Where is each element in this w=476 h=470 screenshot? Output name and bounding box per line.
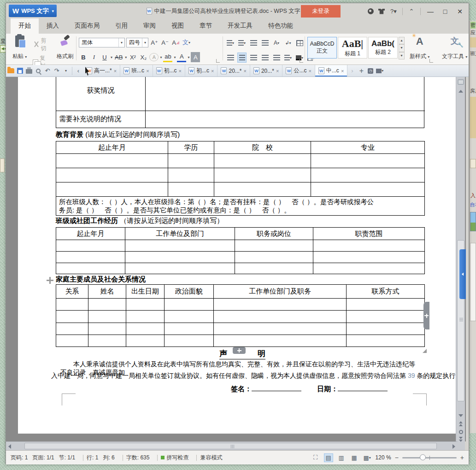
increase-indent-button[interactable]: [260, 38, 270, 48]
undo-dropdown-icon[interactable]: ▾: [61, 66, 71, 76]
justify-button[interactable]: [260, 53, 270, 63]
table-resize-handle-icon[interactable]: [423, 349, 427, 353]
document-tab[interactable]: W 高一...* ×: [83, 65, 120, 76]
scroll-tabs-right-icon[interactable]: ›: [347, 66, 357, 76]
clear-format-button[interactable]: A◢: [171, 37, 180, 47]
status-section[interactable]: 节: 1/1: [59, 454, 75, 462]
next-page-icon[interactable]: [456, 435, 465, 443]
close-tab-icon[interactable]: ×: [276, 68, 279, 74]
zoom-out-icon[interactable]: −: [395, 454, 399, 461]
empty-cell[interactable]: [126, 299, 165, 311]
empty-cell[interactable]: [347, 323, 425, 335]
zoom-slider[interactable]: [402, 457, 457, 458]
tab-list-icon[interactable]: ▾: [375, 66, 384, 76]
align-left-button[interactable]: [226, 53, 235, 63]
strikethrough-button[interactable]: AB: [114, 52, 123, 62]
empty-cell[interactable]: [214, 168, 311, 182]
protect-view-icon[interactable]: ▩▾: [363, 453, 372, 462]
strikethrough-dropdown[interactable]: ▾: [125, 55, 127, 59]
empty-cell[interactable]: [235, 240, 313, 252]
empty-cell[interactable]: [126, 311, 165, 323]
empty-cell[interactable]: [56, 252, 125, 263]
tab-view[interactable]: 视图: [164, 18, 192, 34]
class-info-cell[interactable]: 所在班级人数：（ ）人，本人在班级排名：第（ ）名；是否有挂科：是（ ） 否（ …: [56, 197, 425, 216]
side-panel-tab[interactable]: [459, 249, 466, 299]
empty-cell[interactable]: [56, 182, 168, 197]
close-tab-icon[interactable]: ×: [244, 68, 247, 74]
empty-cell[interactable]: [311, 154, 425, 168]
highlight-dropdown[interactable]: ▾: [174, 55, 176, 59]
previous-page-icon[interactable]: [456, 420, 465, 428]
save-icon[interactable]: [15, 66, 24, 76]
style-normal[interactable]: AaBbCcD 正文: [307, 37, 337, 59]
empty-cell[interactable]: [214, 299, 347, 311]
empty-cell[interactable]: [56, 311, 88, 323]
align-center-button[interactable]: [237, 53, 247, 63]
bold-button[interactable]: B: [79, 52, 88, 62]
empty-cell[interactable]: [56, 299, 88, 311]
close-tab-icon[interactable]: ×: [146, 68, 149, 74]
empty-cell[interactable]: [56, 263, 125, 274]
empty-cell[interactable]: [313, 263, 425, 274]
subscript-button[interactable]: X₂: [139, 52, 148, 62]
status-word-count[interactable]: 字数: 635: [126, 454, 150, 462]
status-spellcheck[interactable]: 拼写检查: [161, 454, 188, 462]
empty-cell[interactable]: [88, 299, 126, 311]
zoom-slider-knob[interactable]: [420, 454, 426, 460]
document-tab[interactable]: W 20...* ×: [217, 65, 250, 76]
empty-cell[interactable]: [235, 252, 313, 263]
undo-icon[interactable]: ↶: [43, 66, 52, 76]
close-tab-icon[interactable]: ×: [179, 68, 182, 74]
chevron-down-icon[interactable]: ▾: [48, 9, 57, 13]
empty-cell[interactable]: [56, 335, 88, 347]
styles-scroll-up-icon[interactable]: ▲: [399, 37, 405, 44]
tab-section[interactable]: 章节: [192, 18, 220, 34]
add-row-button[interactable]: [233, 347, 246, 354]
char-shading-button[interactable]: A: [191, 52, 200, 62]
outline-view-icon[interactable]: ▥: [337, 453, 346, 462]
work-table[interactable]: 起止年月 工作单位及部门 职务或岗位 职责范围: [56, 227, 425, 274]
empty-cell[interactable]: [56, 154, 168, 168]
insert-table-grid-button[interactable]: [295, 38, 304, 48]
zoom-percentage[interactable]: 120 %: [376, 454, 391, 461]
education-table[interactable]: 起止年月 学历 院 校 专业 所在班级人数：（ ）人，本人在班级排名：第（ ）名…: [56, 141, 425, 216]
help-button[interactable]: ?▾: [389, 8, 398, 15]
minimize-button[interactable]: —: [425, 8, 435, 15]
empty-cell[interactable]: [168, 182, 214, 197]
tab-page-layout[interactable]: 页面布局: [67, 18, 107, 34]
document-tab-active[interactable]: W 中...c ×: [315, 65, 347, 76]
empty-cell[interactable]: [214, 335, 347, 347]
empty-cell[interactable]: [165, 335, 214, 347]
skin-icon[interactable]: [378, 9, 385, 14]
tab-references[interactable]: 引用: [107, 18, 135, 34]
feedback-icon[interactable]: [368, 8, 374, 14]
empty-cell[interactable]: [214, 182, 311, 197]
reading-layout-icon[interactable]: [456, 78, 465, 86]
highlight-color-button[interactable]: ab: [163, 52, 172, 62]
scroll-tabs-left-icon[interactable]: ‹: [74, 66, 83, 76]
close-tab-icon[interactable]: ×: [341, 68, 344, 74]
empty-cell[interactable]: [311, 168, 425, 182]
print-preview-icon[interactable]: [34, 66, 43, 76]
date-line[interactable]: [338, 384, 388, 391]
numbering-button[interactable]: ▾: [237, 38, 247, 48]
superscript-button[interactable]: X²: [128, 52, 137, 62]
print-icon[interactable]: [24, 66, 34, 76]
awards-table[interactable]: 获奖情况 需要补充说明的情况: [56, 77, 424, 128]
styles-dialog-launcher[interactable]: [429, 59, 433, 63]
empty-cell[interactable]: [214, 323, 347, 335]
status-page-number[interactable]: 页码: 1: [11, 454, 28, 462]
styles-scroll-down-icon[interactable]: ▼: [399, 44, 405, 52]
font-color-dropdown[interactable]: ▾: [188, 55, 189, 59]
empty-cell[interactable]: [235, 263, 313, 274]
char-scale-button[interactable]: A▾: [272, 38, 281, 48]
shrink-font-button[interactable]: A⁻: [160, 37, 170, 47]
new-document-tab-icon[interactable]: +: [357, 66, 366, 76]
scroll-left-icon[interactable]: [6, 442, 13, 451]
empty-cell[interactable]: [125, 263, 235, 274]
fullscreen-view-icon[interactable]: ⛶: [311, 453, 320, 462]
scroll-up-icon[interactable]: [456, 87, 465, 95]
empty-cell[interactable]: [168, 168, 214, 182]
style-heading2[interactable]: AaBb( 标题 2: [368, 37, 398, 59]
text-tools-button[interactable]: 文 文字工具 ▾: [440, 35, 469, 61]
